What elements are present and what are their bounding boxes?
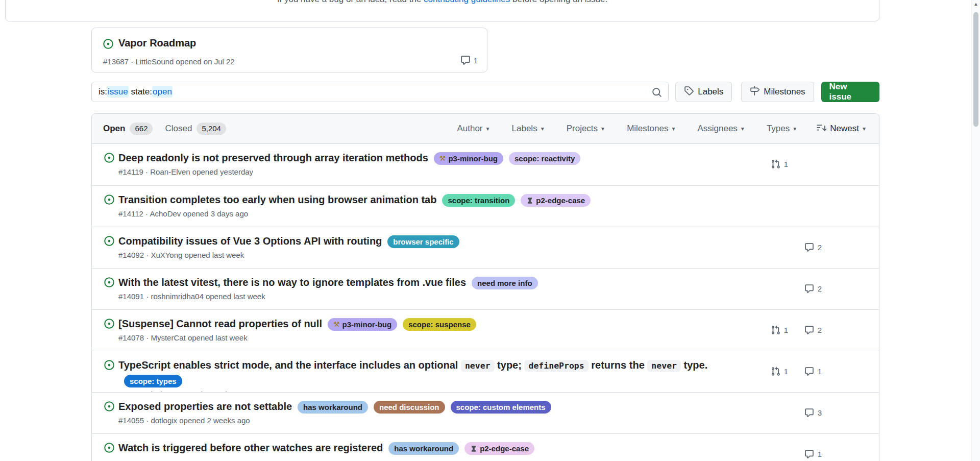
comment-count[interactable]: 1 xyxy=(804,367,822,376)
pinned-issue-card[interactable]: Vapor Roadmap #13687 · LittleSound opene… xyxy=(91,28,487,72)
filter-milestones[interactable]: Milestones▾ xyxy=(627,124,675,134)
filter-assignees[interactable]: Assignees▾ xyxy=(697,124,744,134)
filter-bar: Author▾Labels▾Projects▾Milestones▾Assign… xyxy=(434,123,866,135)
pr-count-value: 1 xyxy=(784,367,788,376)
open-issue-icon xyxy=(104,319,114,329)
issue-row[interactable]: Compatibility issues of Vue 3 Options AP… xyxy=(92,227,879,268)
filter-label: Labels xyxy=(512,124,537,134)
sort-label: Newest xyxy=(830,124,859,134)
label-pill[interactable]: p2-edge-case xyxy=(521,194,591,207)
pinned-issue-title[interactable]: Vapor Roadmap xyxy=(118,37,196,49)
issue-meta: #14119 · Roan-Elven opened yesterday xyxy=(118,167,756,176)
filter-author[interactable]: Author▾ xyxy=(457,124,489,134)
label-pill[interactable]: need more info xyxy=(472,277,538,289)
label-pill[interactable]: ⚒p3-minor-bug xyxy=(328,318,397,331)
comment-count-value: 2 xyxy=(818,243,822,252)
inline-code: never xyxy=(461,360,495,372)
milestones-button[interactable]: Milestones xyxy=(741,82,814,102)
contribution-banner: If you have a bug or an idea, read the c… xyxy=(5,0,879,21)
label-pill[interactable]: scope: transition xyxy=(442,194,515,207)
comment-count-value: 2 xyxy=(818,284,822,293)
filter-labels[interactable]: Labels▾ xyxy=(512,124,544,134)
scrollbar-thumb[interactable] xyxy=(973,12,978,127)
tab-closed-label: Closed xyxy=(165,124,192,134)
comment-count[interactable]: 2 xyxy=(804,242,822,252)
issue-row-main: Watch is triggered before other watches … xyxy=(118,434,879,455)
filter-label: Milestones xyxy=(627,124,668,134)
banner-text-suffix: before opening an issue. xyxy=(510,0,607,4)
labels-button-label: Labels xyxy=(698,87,723,97)
new-issue-button[interactable]: New issue xyxy=(821,82,879,102)
contributing-guidelines-link[interactable]: contributing guidelines xyxy=(424,0,510,4)
new-issue-button-label: New issue xyxy=(829,82,871,102)
label-pill[interactable]: scope: suspense xyxy=(403,318,476,331)
issue-title-link[interactable]: TypeScript enables strict mode, and the … xyxy=(118,359,707,371)
comment-icon xyxy=(804,408,814,418)
linked-pr-count[interactable]: 1 xyxy=(771,325,788,335)
issues-list-header: Open 662 Closed 5,204 Author▾Labels▾Proj… xyxy=(92,114,879,144)
scroll-up-arrow[interactable]: ▲ xyxy=(972,2,980,7)
issue-title-link[interactable]: Deep readonly is not preserved through a… xyxy=(118,152,428,163)
filter-label: Author xyxy=(457,124,482,134)
search-token-highlighted: issue xyxy=(107,86,129,98)
label-pill[interactable]: scope: types xyxy=(124,375,182,387)
tab-open[interactable]: Open 662 xyxy=(103,123,153,135)
issue-meta: #14091 · roshnimridha04 opened last week xyxy=(118,292,756,301)
filter-label: Assignees xyxy=(697,124,737,134)
title-text: Exposed properties are not settable xyxy=(118,401,292,412)
label-pill[interactable]: browser specific xyxy=(387,235,459,248)
issue-title-link[interactable]: With the latest vitest, there is no way … xyxy=(118,277,466,288)
filter-projects[interactable]: Projects▾ xyxy=(567,124,604,134)
issue-row-main: Transition completes too early when usin… xyxy=(118,186,879,218)
comment-count[interactable]: 3 xyxy=(804,408,822,418)
issue-row-main: Deep readonly is not preserved through a… xyxy=(118,144,879,176)
issue-title-line: Exposed properties are not settablehas w… xyxy=(118,399,756,414)
label-pill[interactable]: need discussion xyxy=(374,401,445,414)
hammer-emoji: ⚒ xyxy=(439,152,446,165)
issue-row[interactable]: Watch is triggered before other watches … xyxy=(92,433,879,461)
title-text: type. xyxy=(681,359,707,371)
scrollbar[interactable]: ▲ xyxy=(971,0,980,461)
linked-pr-count[interactable]: 1 xyxy=(771,367,788,376)
pinned-issue-comment-count[interactable]: 1 xyxy=(460,55,478,65)
tag-icon xyxy=(684,86,694,98)
labels-button[interactable]: Labels xyxy=(675,82,732,102)
label-pill[interactable]: has workaround xyxy=(388,442,459,455)
open-issue-icon xyxy=(104,236,114,246)
chevron-down-icon: ▾ xyxy=(793,125,796,132)
issue-meta: #14055 · dotlogix opened 2 weeks ago xyxy=(118,416,756,425)
issue-title-link[interactable]: Watch is triggered before other watches … xyxy=(118,442,383,453)
tab-closed[interactable]: Closed 5,204 xyxy=(165,123,226,135)
comment-count-value: 3 xyxy=(818,408,822,417)
comment-count[interactable]: 1 xyxy=(804,449,822,459)
issue-title-link[interactable]: Exposed properties are not settable xyxy=(118,401,292,412)
issue-row[interactable]: [Suspense] Cannot read properties of nul… xyxy=(92,309,879,351)
comment-count[interactable]: 2 xyxy=(804,284,822,294)
title-text: [Suspense] Cannot read properties of nul… xyxy=(118,318,322,329)
label-pill[interactable]: has workaround xyxy=(298,401,368,414)
linked-pr-count[interactable]: 1 xyxy=(771,159,788,169)
label-pill[interactable]: ⚒p3-minor-bug xyxy=(434,152,503,165)
comment-count-value: 2 xyxy=(818,326,822,334)
issue-row[interactable]: Deep readonly is not preserved through a… xyxy=(92,144,879,185)
label-pill[interactable]: scope: custom elements xyxy=(451,401,551,414)
label-pill[interactable]: scope: reactivity xyxy=(509,152,580,165)
issue-row[interactable]: Transition completes too early when usin… xyxy=(92,185,879,227)
issue-row[interactable]: With the latest vitest, there is no way … xyxy=(92,268,879,309)
filter-types[interactable]: Types▾ xyxy=(767,124,796,134)
open-issue-icon xyxy=(104,443,114,453)
issue-row[interactable]: TypeScript enables strict mode, and the … xyxy=(92,351,879,392)
comment-count[interactable]: 2 xyxy=(804,325,822,335)
title-text: With the latest vitest, there is no way … xyxy=(118,277,466,288)
search-query-text: is:issue state:open xyxy=(99,87,173,97)
issue-title-link[interactable]: Compatibility issues of Vue 3 Options AP… xyxy=(118,235,382,247)
sort-newest[interactable]: Newest▾ xyxy=(817,123,866,135)
issue-row[interactable]: Exposed properties are not settablehas w… xyxy=(92,392,879,433)
title-text: Transition completes too early when usin… xyxy=(118,194,436,205)
issue-title-link[interactable]: [Suspense] Cannot read properties of nul… xyxy=(118,318,322,329)
issue-title-link[interactable]: Transition completes too early when usin… xyxy=(118,194,436,205)
chevron-down-icon: ▾ xyxy=(601,125,604,132)
label-pill[interactable]: p2-edge-case xyxy=(464,442,534,455)
search-icon[interactable] xyxy=(652,87,662,98)
search-input[interactable]: is:issue state:open xyxy=(91,82,669,102)
